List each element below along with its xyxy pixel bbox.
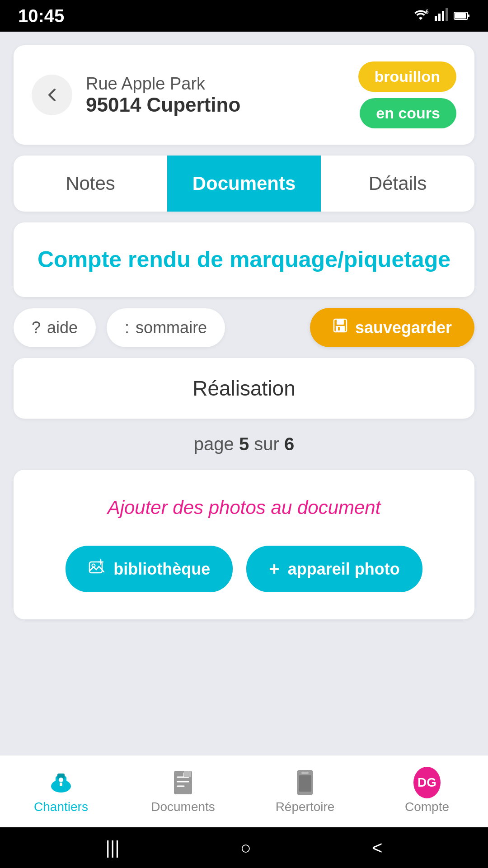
svg-rect-26 <box>301 772 309 774</box>
svg-rect-9 <box>337 319 344 325</box>
svg-point-17 <box>59 778 63 782</box>
page-total: 6 <box>284 434 294 454</box>
svg-text:6: 6 <box>426 9 429 15</box>
nav-documents[interactable]: Documents <box>122 769 244 814</box>
sauvegarder-button[interactable]: sauvegarder <box>310 308 474 347</box>
documents-nav-icon <box>169 769 197 796</box>
address-city: 95014 Cupertino <box>86 94 240 116</box>
page-separator: sur <box>249 434 284 454</box>
bibliotheque-button[interactable]: bibliothèque <box>66 546 233 592</box>
status-icons: 6 <box>412 8 470 24</box>
appareil-photo-button[interactable]: + appareil photo <box>246 546 422 592</box>
status-time: 10:45 <box>18 6 64 26</box>
document-title: Compte rendu de marquage/piquetage <box>32 245 456 274</box>
sauvegarder-label: sauvegarder <box>355 318 452 337</box>
main-content: Rue Apple Park 95014 Cupertino brouillon… <box>0 32 488 755</box>
svg-rect-4 <box>446 8 448 21</box>
header-address: Rue Apple Park 95014 Cupertino <box>86 74 240 116</box>
bibliotheque-label: bibliothèque <box>113 560 210 579</box>
svg-rect-6 <box>455 13 466 19</box>
status-bar: 10:45 6 <box>0 0 488 32</box>
svg-rect-25 <box>299 775 311 792</box>
signal-icon <box>435 8 448 24</box>
section-card: Réalisation <box>14 358 474 419</box>
sys-back-btn[interactable]: < <box>372 838 382 858</box>
chantiers-icon <box>47 769 75 796</box>
appareil-label: appareil photo <box>288 560 400 579</box>
actions-row: ? aide : sommaire sauvegarder <box>14 308 474 347</box>
svg-rect-3 <box>442 11 444 21</box>
nav-repertoire[interactable]: Répertoire <box>244 769 366 814</box>
photo-label: Ajouter des photos au document <box>108 497 381 519</box>
nav-chantiers[interactable]: Chantiers <box>0 769 122 814</box>
sys-home-btn[interactable]: ○ <box>240 838 251 858</box>
compte-icon: DG <box>413 769 441 796</box>
svg-rect-11 <box>338 327 340 330</box>
page-prefix: page <box>194 434 239 454</box>
photo-buttons: bibliothèque + appareil photo <box>32 546 456 592</box>
tab-documents[interactable]: Documents <box>167 156 321 212</box>
sommaire-button[interactable]: : sommaire <box>107 308 225 347</box>
page-indicator: page 5 sur 6 <box>14 429 474 459</box>
aide-icon: ? <box>32 318 41 337</box>
wifi-icon: 6 <box>412 8 429 24</box>
documents-nav-label: Documents <box>151 800 215 814</box>
svg-rect-18 <box>60 783 62 786</box>
svg-rect-7 <box>468 14 469 17</box>
address-street: Rue Apple Park <box>86 74 240 94</box>
header-card: Rue Apple Park 95014 Cupertino brouillon… <box>14 45 474 145</box>
sommaire-icon: : <box>125 318 129 337</box>
document-title-card: Compte rendu de marquage/piquetage <box>14 222 474 297</box>
system-nav-bar: ||| ○ < <box>0 827 488 868</box>
section-title: Réalisation <box>32 376 456 401</box>
bottom-nav: Chantiers Documents Répertoire DG <box>0 755 488 827</box>
bibliotheque-icon <box>88 558 105 580</box>
svg-rect-10 <box>336 326 345 331</box>
battery-icon <box>454 8 470 24</box>
svg-rect-1 <box>435 16 437 21</box>
appareil-icon: + <box>269 559 279 579</box>
svg-rect-2 <box>438 14 441 21</box>
save-icon <box>333 318 348 337</box>
sys-menu-btn[interactable]: ||| <box>106 838 120 858</box>
back-button[interactable] <box>32 75 72 115</box>
photo-card: Ajouter des photos au document bibliothè… <box>14 470 474 619</box>
compte-label: Compte <box>405 800 449 814</box>
badge-en-cours: en cours <box>360 98 456 128</box>
header-badges: brouillon en cours <box>358 61 456 128</box>
aide-button[interactable]: ? aide <box>14 308 96 347</box>
repertoire-label: Répertoire <box>276 800 335 814</box>
chantiers-label: Chantiers <box>34 800 88 814</box>
header-left: Rue Apple Park 95014 Cupertino <box>32 74 240 116</box>
svg-marker-23 <box>184 771 191 777</box>
tab-notes[interactable]: Notes <box>14 156 167 212</box>
nav-compte[interactable]: DG Compte <box>366 769 488 814</box>
tab-details[interactable]: Détails <box>321 156 474 212</box>
page-current: 5 <box>239 434 249 454</box>
repertoire-icon <box>291 769 319 796</box>
compte-avatar: DG <box>413 767 441 798</box>
aide-label: aide <box>47 318 78 337</box>
badge-brouillon: brouillon <box>358 61 456 92</box>
sommaire-label: sommaire <box>136 318 207 337</box>
tabs-bar: Notes Documents Détails <box>14 156 474 212</box>
